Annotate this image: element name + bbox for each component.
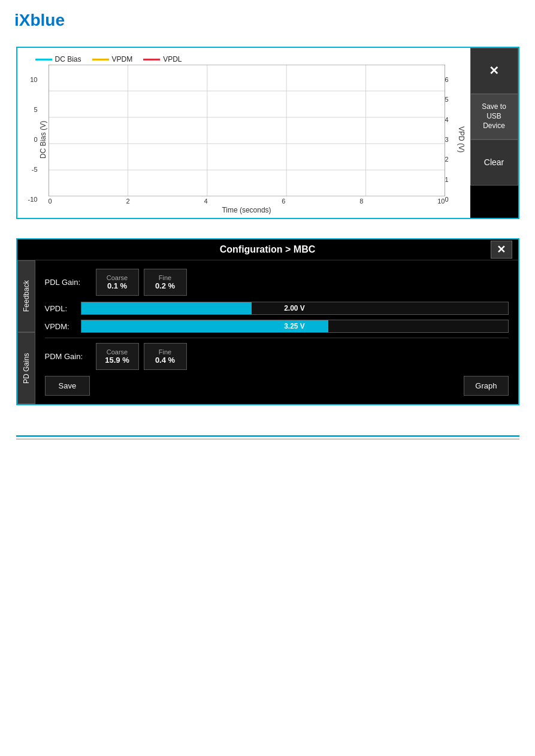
vpdl-line — [143, 59, 160, 60]
y-tick-right-3: 3 — [445, 136, 456, 143]
graph-legend: DC Bias VPDM VPDL — [21, 53, 467, 65]
y-axis-left-label: DC Bias (V) — [38, 74, 49, 205]
x-tick-5: 10 — [437, 198, 445, 205]
pdm-fine-label: Fine — [153, 348, 178, 356]
legend-vpdl-label: VPDL — [163, 55, 182, 63]
y-axis-right-label: VPD (V) — [456, 74, 467, 205]
x-axis-area: 0 2 4 6 8 10 Time (seconds) — [49, 196, 445, 214]
vpdm-value: 3.25 V — [81, 320, 508, 332]
config-graph-button[interactable]: Graph — [464, 376, 508, 396]
pdl-fine-value: 0.2 % — [153, 281, 178, 290]
y-tick-right-0: 6 — [445, 76, 456, 83]
vpdl-slider[interactable]: 2.00 V — [81, 302, 509, 315]
vpdm-label: VPDM: — [45, 322, 76, 331]
y-tick-left-1: 5 — [21, 106, 38, 113]
pdl-fine-label: Fine — [153, 274, 178, 281]
pdm-gain-label: PDM Gain: — [45, 352, 90, 361]
pdm-coarse-value: 15.9 % — [105, 356, 130, 365]
x-tick-labels: 0 2 4 6 8 10 — [49, 198, 445, 205]
bottom-line-thin — [16, 439, 519, 439]
graph-save-button[interactable]: Save to USB Device — [470, 94, 518, 140]
config-close-button[interactable]: ✕ — [491, 241, 512, 259]
vpdl-value: 2.00 V — [81, 302, 508, 314]
pdm-gain-buttons: Coarse 15.9 % Fine 0.4 % — [96, 343, 187, 370]
x-tick-0: 0 — [49, 198, 52, 205]
pdl-coarse-button[interactable]: Coarse 0.1 % — [96, 269, 139, 296]
legend-dc-bias: DC Bias — [35, 55, 81, 63]
vpdl-slider-row: VPDL: 2.00 V — [45, 302, 509, 315]
vpdl-label: VPDL: — [45, 304, 76, 313]
pdl-coarse-label: Coarse — [105, 274, 130, 281]
graph-close-button[interactable]: ✕ — [470, 48, 518, 94]
x-tick-1: 2 — [126, 198, 129, 205]
pdl-fine-button[interactable]: Fine 0.2 % — [144, 269, 187, 296]
pdl-coarse-value: 0.1 % — [105, 281, 130, 290]
y-tick-left-4: -10 — [21, 196, 38, 203]
brand-logo: iXblue — [14, 11, 65, 29]
pdm-gain-row: PDM Gain: Coarse 15.9 % Fine 0.4 % — [45, 343, 509, 370]
tab-pd-gains[interactable]: PD Gains — [17, 332, 35, 404]
y-ticks-left: 10 5 0 -5 -10 — [21, 74, 38, 205]
y-ticks-right: 6 5 4 3 2 1 0 — [445, 74, 456, 205]
config-bottom-row: Save Graph — [45, 376, 509, 396]
x-tick-4: 8 — [359, 198, 363, 205]
config-header-title: Configuration > MBC — [220, 244, 316, 254]
y-tick-left-0: 10 — [21, 76, 38, 83]
svg-rect-12 — [49, 65, 445, 196]
legend-vpdm: VPDM — [92, 55, 133, 63]
chart-svg — [49, 65, 445, 196]
chart-wrapper: 10 5 0 -5 -10 DC Bias (V) — [21, 65, 467, 214]
config-body: Feedback PD Gains PDL Gain: Coarse 0.1 %… — [17, 260, 518, 404]
pdm-fine-value: 0.4 % — [153, 356, 178, 365]
vpdm-slider[interactable]: 3.25 V — [81, 320, 509, 333]
chart-inner: 0 2 4 6 8 10 Time (seconds) — [49, 65, 445, 214]
pdm-fine-button[interactable]: Fine 0.4 % — [144, 343, 187, 370]
vpdm-slider-row: VPDM: 3.25 V — [45, 320, 509, 333]
x-tick-3: 6 — [282, 198, 285, 205]
pdm-coarse-button[interactable]: Coarse 15.9 % — [96, 343, 139, 370]
logo-area: iXblue — [0, 0, 535, 36]
legend-dc-bias-label: DC Bias — [55, 55, 81, 63]
y-tick-left-2: 0 — [21, 136, 38, 143]
config-separator — [45, 338, 509, 338]
dc-bias-line — [35, 59, 52, 60]
config-header: Configuration > MBC ✕ — [17, 239, 518, 260]
bottom-line-thick — [16, 435, 519, 437]
graph-clear-button[interactable]: Clear — [470, 139, 518, 186]
pdl-gain-buttons: Coarse 0.1 % Fine 0.2 % — [96, 269, 187, 296]
x-axis-label: Time (seconds) — [222, 206, 271, 214]
y-tick-right-1: 5 — [445, 96, 456, 103]
config-tab-panel: Feedback PD Gains — [17, 260, 35, 404]
y-tick-right-4: 2 — [445, 156, 456, 163]
pdl-gain-row: PDL Gain: Coarse 0.1 % Fine 0.2 % — [45, 269, 509, 296]
bottom-lines — [16, 435, 519, 439]
config-save-button[interactable]: Save — [45, 376, 90, 396]
pdl-gain-label: PDL Gain: — [45, 278, 90, 287]
tab-feedback[interactable]: Feedback — [17, 260, 35, 332]
pdm-coarse-label: Coarse — [105, 348, 130, 356]
graph-panel: DC Bias VPDM VPDL 10 5 0 -5 -10 — [16, 47, 519, 219]
legend-vpdm-label: VPDM — [112, 55, 133, 63]
y-tick-right-2: 4 — [445, 116, 456, 123]
vpdm-line — [92, 59, 109, 60]
config-main: PDL Gain: Coarse 0.1 % Fine 0.2 % VPDL: — [35, 260, 518, 404]
y-tick-right-6: 0 — [445, 196, 456, 203]
x-tick-2: 4 — [204, 198, 207, 205]
y-tick-left-3: -5 — [21, 166, 38, 173]
graph-button-panel: ✕ Save to USB Device Clear — [470, 48, 518, 218]
chart-grid — [49, 65, 445, 196]
graph-button-spacer — [470, 186, 518, 218]
graph-area: DC Bias VPDM VPDL 10 5 0 -5 -10 — [17, 48, 470, 218]
legend-vpdl: VPDL — [143, 55, 182, 63]
y-tick-right-5: 1 — [445, 176, 456, 183]
config-panel: Configuration > MBC ✕ Feedback PD Gains … — [16, 238, 519, 405]
